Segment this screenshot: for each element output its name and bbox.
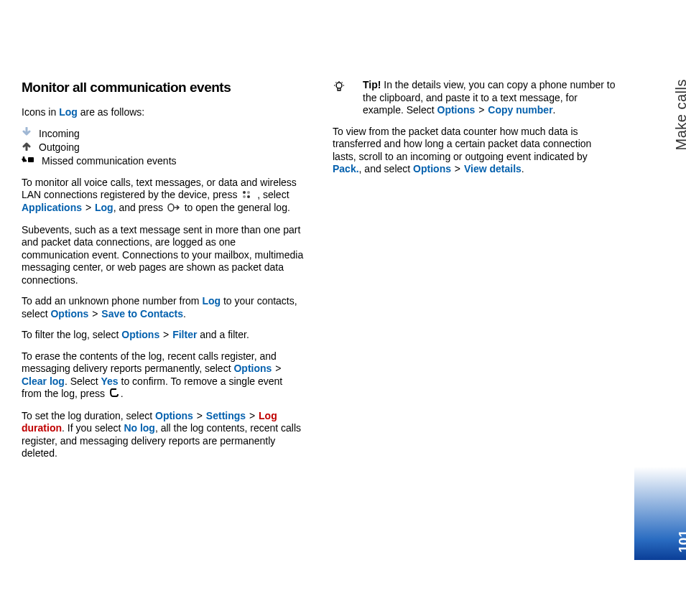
log-link: Log (59, 106, 78, 118)
options-link: Options (233, 363, 272, 374)
missed-icon (22, 154, 34, 168)
legend-label: Outgoing (39, 141, 80, 154)
svg-point-4 (247, 195, 250, 198)
options-link: Options (50, 308, 88, 319)
svg-rect-0 (28, 157, 34, 162)
paragraph-duration: To set the log duration, select Options … (22, 410, 305, 460)
page-number: 101 (676, 530, 686, 553)
options-link: Options (121, 329, 159, 340)
text: . (121, 388, 124, 399)
sidebar: Make calls 101 (634, 0, 686, 616)
scroll-right-icon (167, 202, 180, 215)
separator: > (476, 104, 487, 116)
tip-label: Tip! (363, 79, 381, 90)
options-link: Options (413, 163, 451, 174)
legend-label: Missed communication events (42, 154, 177, 168)
legend-label: Incoming (39, 127, 80, 141)
text: and a filter. (197, 329, 249, 340)
apps-link: Applications (22, 202, 82, 213)
no-log-link: No log (124, 422, 155, 434)
svg-point-3 (243, 195, 246, 198)
separator: > (160, 329, 172, 340)
text: To add an unknown phone number from (22, 295, 202, 307)
separator: > (452, 163, 463, 174)
text: To view from the packet data counter how… (333, 126, 591, 162)
tip-text: Tip! In the details view, you can copy a… (351, 79, 616, 117)
intro-line: Icons in Log are as follows: (22, 106, 305, 119)
separator: > (272, 363, 281, 374)
save-contacts-link: Save to Contacts (101, 308, 183, 319)
options-link: Options (155, 410, 193, 421)
text: To filter the log, select (22, 329, 121, 340)
paragraph-erase: To erase the contents of the log, recent… (22, 350, 305, 401)
tip-bulb-icon (333, 80, 346, 97)
text: . If you select (62, 422, 124, 434)
section-heading: Monitor all communication events (22, 79, 305, 96)
svg-point-2 (247, 191, 250, 194)
legend-row-outgoing: Outgoing (22, 141, 305, 154)
paragraph-packet: To view from the packet data counter how… (333, 126, 616, 176)
paragraph-monitor: To monitor all voice calls, text message… (22, 177, 305, 215)
left-column: Monitor all communication events Icons i… (22, 79, 305, 469)
text: Icons in (22, 106, 59, 118)
menu-key-icon (241, 190, 253, 202)
text: , and press (113, 202, 166, 213)
text: , and select (359, 163, 414, 174)
pack-link: Pack. (333, 163, 359, 174)
incoming-arrow-icon (22, 127, 32, 141)
text: . Select (65, 375, 101, 387)
text: are as follows: (78, 106, 144, 118)
paragraph-subevents: Subevents, such as a text message sent i… (22, 224, 305, 287)
view-details-link: View details (464, 163, 522, 174)
icon-legend: Incoming Outgoing Missed communication e… (22, 127, 305, 168)
clear-log-link: Clear log (22, 375, 65, 387)
settings-link: Settings (206, 410, 246, 421)
copy-number-link: Copy number (488, 104, 552, 116)
outgoing-arrow-icon (22, 141, 32, 154)
yes-link: Yes (101, 375, 119, 387)
text: To set the log duration, select (22, 410, 155, 421)
separator: > (89, 308, 101, 319)
right-column: Tip! In the details view, you can copy a… (333, 79, 616, 469)
options-link: Options (437, 104, 476, 116)
svg-point-5 (168, 204, 174, 211)
text: . (553, 104, 556, 116)
log-link: Log (95, 202, 113, 213)
log-link: Log (202, 295, 221, 307)
legend-row-incoming: Incoming (22, 127, 305, 141)
tip-block: Tip! In the details view, you can copy a… (333, 79, 616, 117)
separator: > (246, 410, 258, 421)
text: . (183, 308, 186, 319)
filter-link: Filter (172, 329, 197, 340)
text: to open the general log. (182, 202, 290, 213)
section-tab-label: Make calls (673, 79, 686, 150)
clear-key-icon (109, 388, 119, 401)
svg-point-6 (336, 83, 342, 88)
paragraph-add-contact: To add an unknown phone number from Log … (22, 295, 305, 320)
separator: > (83, 202, 94, 213)
text: , select (254, 189, 289, 200)
text: . (522, 163, 524, 174)
separator: > (194, 410, 205, 421)
legend-row-missed: Missed communication events (22, 154, 305, 168)
svg-point-1 (243, 191, 246, 194)
paragraph-filter: To filter the log, select Options > Filt… (22, 329, 305, 342)
